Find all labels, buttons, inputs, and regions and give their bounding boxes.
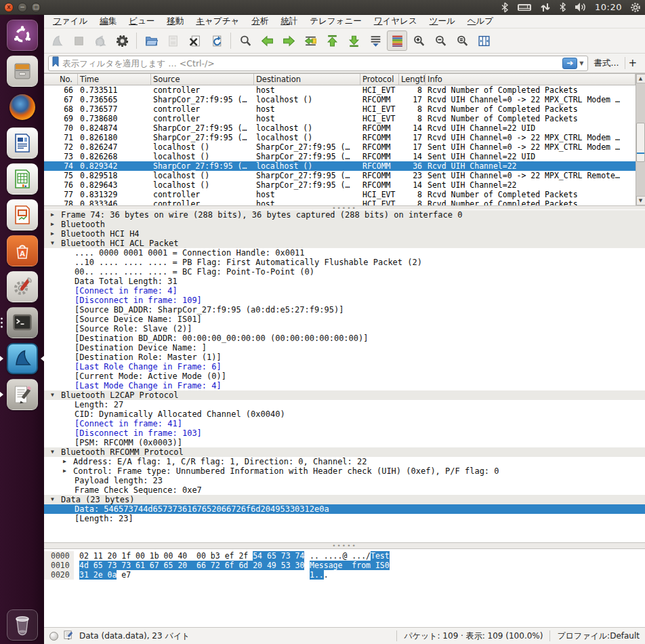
capture-start-button[interactable]: [47, 31, 67, 51]
ascii-bytes[interactable]: .. ....@ .../Test: [310, 551, 390, 561]
launcher-item-files[interactable]: [0, 53, 44, 89]
software-tile[interactable]: A: [7, 235, 38, 266]
find-button[interactable]: [235, 31, 255, 51]
hex-bytes[interactable]: 31 2e 0a e7: [79, 570, 131, 580]
zoom-out-button[interactable]: [430, 31, 451, 51]
apply-filter-button[interactable]: ➔: [562, 58, 577, 69]
detail-row[interactable]: ▶Control: Frame type: Unnumbered Informa…: [44, 466, 645, 476]
detail-row[interactable]: [Connect in frame: 41]: [44, 419, 645, 428]
hex-row-0000[interactable]: 000002 11 20 1f 00 1b 00 40 00 b3 ef 2f …: [44, 551, 645, 561]
menu-テレフォニー[interactable]: テレフォニー: [304, 15, 367, 28]
capture-comment-icon[interactable]: [64, 630, 74, 642]
resize-columns-button[interactable]: [474, 31, 494, 51]
capture-restart-button[interactable]: [90, 31, 110, 51]
launcher-item-impress[interactable]: [0, 197, 44, 233]
expander-collapsed-icon[interactable]: ▶: [51, 220, 54, 229]
packet-row-67[interactable]: 670.736565SharpCor_27:f9:95 (…localhost …: [44, 95, 645, 104]
menu-ツール[interactable]: ツール: [423, 15, 461, 28]
menu-移動[interactable]: 移動: [161, 15, 190, 28]
detail-row[interactable]: [Current Mode: Active Mode (0)]: [44, 371, 645, 381]
gedit-tile[interactable]: [7, 379, 38, 410]
detail-row[interactable]: Payload length: 23: [44, 476, 645, 485]
launcher-item-dash[interactable]: [0, 17, 44, 53]
keyboard-icon[interactable]: [517, 3, 532, 12]
column-header-length[interactable]: Length: [399, 74, 425, 85]
files-tile[interactable]: [7, 56, 38, 87]
detail-row[interactable]: [Source BD_ADDR: SharpCor_27:f9:95 (a0:d…: [44, 305, 645, 315]
packet-row-76[interactable]: 760.829643localhost ()SharpCor_27:f9:95 …: [44, 180, 645, 190]
menu-キャプチャ[interactable]: キャプチャ: [190, 15, 245, 28]
detail-row[interactable]: Length: 27: [44, 400, 645, 409]
packet-list-scrollbar[interactable]: ▲ ▼: [636, 74, 645, 205]
colorize-button[interactable]: [387, 31, 407, 51]
go-first-button[interactable]: [322, 31, 342, 51]
expander-collapsed-icon[interactable]: ▶: [51, 210, 54, 220]
reload-button[interactable]: [206, 31, 226, 51]
go-back-button[interactable]: [257, 31, 277, 51]
detail-row[interactable]: [Connect in frame: 4]: [44, 286, 645, 296]
go-forward-button[interactable]: [278, 31, 299, 51]
menu-分析[interactable]: 分析: [245, 15, 274, 28]
detail-row[interactable]: ▶Frame 74: 36 bytes on wire (288 bits), …: [44, 210, 645, 220]
menu-ファイル[interactable]: ファイル: [47, 15, 93, 28]
scroll-up-arrow[interactable]: ▲: [636, 74, 645, 83]
launcher-item-writer[interactable]: [0, 125, 44, 161]
packet-row-72[interactable]: 720.826247localhost ()SharpCor_27:f9:95 …: [44, 142, 645, 152]
column-header-destination[interactable]: Destination: [254, 74, 360, 85]
network-arrows-icon[interactable]: [540, 2, 551, 13]
capture-options-button[interactable]: [112, 31, 132, 51]
packet-row-66[interactable]: 660.733511controllerhostHCI_EVT8Rcvd Num…: [44, 85, 645, 95]
ascii-bytes[interactable]: 1...: [310, 570, 329, 580]
impress-tile[interactable]: [7, 199, 38, 230]
expression-button[interactable]: 書式...: [591, 58, 622, 69]
packet-row-78[interactable]: 780.833346controllerhostHCI_EVT8Rcvd Num…: [44, 199, 645, 205]
bluetooth-icon[interactable]: [559, 2, 566, 12]
detail-row[interactable]: CID: Dynamically Allocated Channel (0x00…: [44, 409, 645, 419]
packet-row-75[interactable]: 750.829518localhost ()SharpCor_27:f9:95 …: [44, 171, 645, 180]
menu-ビュー[interactable]: ビュー: [123, 15, 161, 28]
wireshark-tile[interactable]: [7, 343, 38, 374]
clock[interactable]: 10:20: [595, 2, 622, 12]
file-save-button[interactable]: [163, 31, 183, 51]
go-last-button[interactable]: [344, 31, 364, 51]
launcher-item-calc[interactable]: [0, 161, 44, 197]
launcher-item-wireshark[interactable]: [0, 340, 44, 376]
column-header-no[interactable]: No.: [44, 74, 78, 85]
close-window-button[interactable]: x: [4, 3, 14, 12]
packet-row-77[interactable]: 770.831329controllerhostHCI_EVT8Rcvd Num…: [44, 190, 645, 199]
hex-bytes[interactable]: 02 11 20 1f 00 1b 00 40 00 b3 ef 2f 54 6…: [79, 551, 304, 561]
file-close-button[interactable]: [184, 31, 205, 51]
writer-tile[interactable]: [7, 127, 38, 159]
expert-info-icon[interactable]: [49, 632, 58, 641]
go-to-packet-button[interactable]: [300, 31, 320, 51]
expander-expanded-icon[interactable]: ▼: [51, 239, 54, 248]
detail-row[interactable]: ▼Bluetooth L2CAP Protocol: [44, 390, 645, 400]
expander-collapsed-icon[interactable]: ▶: [63, 457, 66, 466]
menu-統計[interactable]: 統計: [274, 15, 304, 28]
detail-row[interactable]: [Disconnect in frame: 109]: [44, 296, 645, 305]
packet-row-70[interactable]: 700.824874SharpCor_27:f9:95 (…localhost …: [44, 123, 645, 133]
detail-row[interactable]: [PSM: RFCOMM (0x0003)]: [44, 438, 645, 447]
hex-bytes[interactable]: 4d 65 73 73 61 67 65 20 66 72 6f 6d 20 4…: [79, 561, 304, 570]
detail-row[interactable]: [Last Mode Change in Frame: 4]: [44, 381, 645, 390]
column-header-time[interactable]: Time: [78, 74, 151, 85]
hex-row-0010[interactable]: 00104d 65 73 73 61 67 65 20 66 72 6f 6d …: [44, 561, 645, 570]
menu-ワイヤレス[interactable]: ワイヤレス: [368, 15, 423, 28]
scrollbar-thumb[interactable]: [636, 123, 645, 162]
volume-icon[interactable]: [575, 2, 587, 12]
packet-row-68[interactable]: 680.736577controllerhostHCI_EVT8Rcvd Num…: [44, 104, 645, 114]
auto-scroll-button[interactable]: [365, 31, 386, 51]
launcher-item-terminal[interactable]: [0, 304, 44, 340]
scrollbar-track[interactable]: [636, 83, 645, 196]
hex-row-0020[interactable]: 002031 2e 0a e71...: [44, 570, 645, 580]
detail-row[interactable]: [Source Device Name: IS01]: [44, 315, 645, 324]
packet-row-71[interactable]: 710.826180SharpCor_27:f9:95 (…localhost …: [44, 133, 645, 142]
packet-row-73[interactable]: 730.826268localhost ()SharpCor_27:f9:95 …: [44, 152, 645, 161]
column-header-source[interactable]: Source: [151, 74, 254, 85]
launcher-item-firefox[interactable]: [0, 89, 44, 125]
session-gear-icon[interactable]: [630, 2, 641, 13]
launcher-item-software[interactable]: A: [0, 233, 44, 268]
bluetooth-icon[interactable]: [501, 2, 509, 13]
capture-stop-button[interactable]: [68, 31, 89, 51]
expander-expanded-icon[interactable]: ▼: [51, 495, 54, 504]
